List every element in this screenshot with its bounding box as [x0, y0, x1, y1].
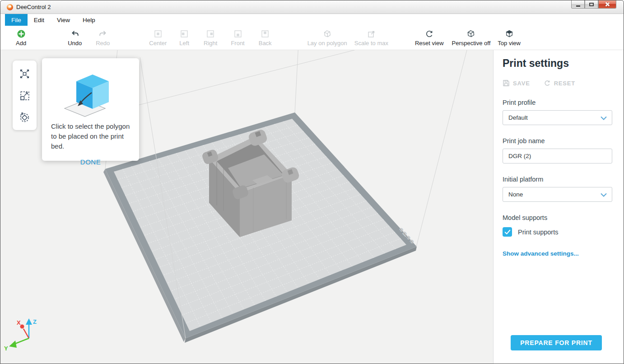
print-supports-label: Print supports — [518, 229, 558, 236]
view-center-icon — [154, 29, 163, 39]
menu-view[interactable]: View — [51, 14, 76, 26]
undo-icon — [70, 29, 79, 39]
menubar: File Edit View Help — [0, 14, 624, 26]
x-axis-arrow — [20, 325, 24, 329]
view-right-icon — [206, 29, 215, 39]
toolbar-add-button[interactable]: Add — [13, 29, 29, 47]
chevron-down-icon — [601, 193, 607, 197]
close-icon — [605, 2, 610, 7]
print-profile-select[interactable]: Default — [503, 110, 612, 125]
toolbar-scale-to-max-button[interactable]: Scale to max — [352, 29, 391, 47]
toolbar-right-button[interactable]: Right — [201, 29, 220, 47]
prepare-for-print-button[interactable]: PREPARE FOR PRINT — [511, 335, 602, 350]
rotate-tool-button[interactable] — [15, 107, 34, 126]
show-advanced-settings-link[interactable]: Show advanced settings... — [503, 250, 612, 257]
axes-gizmo: Z X Y — [4, 318, 37, 352]
print-settings-panel: Print settings SAVE RESET Print profile — [493, 50, 624, 364]
menu-file[interactable]: File — [5, 14, 28, 26]
model-supports-label: Model supports — [503, 214, 612, 221]
y-axis-arrow — [9, 341, 17, 348]
toolbar-undo-button[interactable]: Undo — [65, 29, 84, 47]
toolbar-lay-on-polygon-button[interactable]: Lay on polygon — [305, 29, 350, 47]
print-profile-label: Print profile — [503, 99, 612, 106]
transform-tool-palette — [13, 61, 37, 130]
chevron-down-icon — [601, 116, 607, 120]
toolbar-perspective-button[interactable]: Perspective off — [449, 29, 494, 47]
view-front-icon — [233, 29, 242, 39]
done-button[interactable]: DONE — [42, 158, 139, 166]
toolbar-reset-view-button[interactable]: Reset view — [412, 29, 447, 47]
print-job-name-input[interactable] — [503, 149, 612, 163]
toolbar-center-button[interactable]: Center — [146, 29, 169, 47]
tutorial-popup: Click to select the polygon to be placed… — [42, 58, 139, 161]
check-icon — [504, 229, 511, 235]
window-controls — [571, 0, 616, 9]
add-icon — [17, 29, 26, 39]
scale-tool-button[interactable] — [15, 86, 34, 105]
app-logo-icon — [7, 4, 13, 10]
toolbar: Add Undo Redo Center Left — [0, 26, 624, 50]
scale-icon — [19, 89, 31, 102]
tutorial-message: Click to select the polygon to be placed… — [42, 119, 139, 151]
rotate-icon — [19, 111, 31, 123]
print-supports-row: Print supports — [503, 227, 612, 237]
menu-edit[interactable]: Edit — [28, 14, 51, 26]
reset-view-icon — [425, 29, 434, 39]
initial-platform-label: Initial platform — [503, 176, 612, 183]
maximize-icon — [589, 3, 594, 6]
redo-icon — [98, 29, 107, 39]
save-button[interactable]: SAVE — [503, 79, 530, 87]
top-view-icon — [505, 29, 514, 39]
close-button[interactable] — [598, 0, 616, 9]
scale-to-max-icon — [367, 29, 376, 39]
menu-help[interactable]: Help — [76, 14, 102, 26]
move-icon — [19, 68, 31, 80]
window-title: DeeControl 2 — [16, 4, 51, 10]
minimize-button[interactable] — [571, 0, 585, 9]
save-icon — [503, 79, 510, 87]
toolbar-left-button[interactable]: Left — [177, 29, 192, 47]
print-job-name-label: Print job name — [503, 137, 612, 145]
maximize-button[interactable] — [585, 0, 598, 9]
reset-button[interactable]: RESET — [544, 79, 575, 87]
y-axis-label: Y — [4, 345, 8, 352]
toolbar-back-button[interactable]: Back — [256, 29, 275, 47]
initial-platform-select[interactable]: None — [503, 187, 612, 202]
perspective-icon — [466, 29, 475, 39]
toolbar-front-button[interactable]: Front — [228, 29, 247, 47]
3d-viewport[interactable]: edee — [0, 50, 493, 364]
view-left-icon — [180, 29, 189, 39]
toolbar-top-view-button[interactable]: Top view — [495, 29, 523, 47]
x-axis-label: X — [17, 319, 21, 326]
app-window: DeeControl 2 File Edit View Help Add Und… — [0, 0, 624, 364]
print-supports-checkbox[interactable] — [503, 227, 512, 237]
view-back-icon — [261, 29, 270, 39]
minimize-icon — [576, 5, 580, 7]
panel-title: Print settings — [503, 57, 612, 70]
lay-on-polygon-icon — [323, 29, 332, 39]
move-tool-button[interactable] — [15, 64, 34, 83]
cube-illustration — [59, 65, 122, 119]
reset-icon — [544, 79, 551, 87]
z-axis-arrow — [26, 318, 32, 325]
titlebar: DeeControl 2 — [0, 0, 624, 14]
z-axis-label: Z — [33, 318, 37, 325]
toolbar-redo-button[interactable]: Redo — [93, 29, 112, 47]
